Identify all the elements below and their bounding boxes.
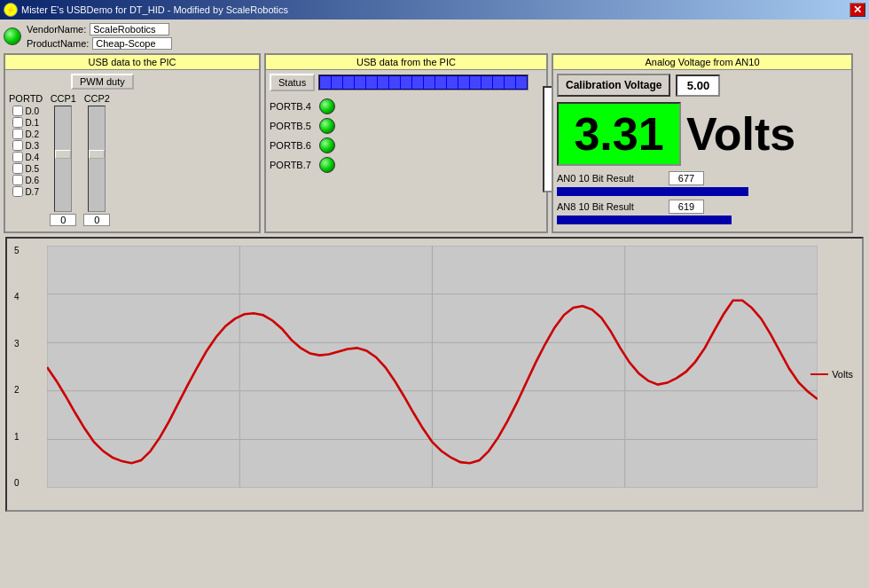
portd-checkboxes: D.0 D.1 D.2 <box>12 106 39 197</box>
portb7-label: PORTB.7 <box>270 160 314 170</box>
vendor-name-row: VendorName: ScaleRobotics <box>27 23 172 35</box>
portd-d5-checkbox[interactable] <box>12 163 23 174</box>
chart-section: 5 4 3 2 1 0 <box>5 237 864 512</box>
portb4-label: PORTB.4 <box>270 101 314 112</box>
portb5-led <box>319 118 335 134</box>
connection-led <box>4 27 21 45</box>
portb5-row: PORTB.5 <box>270 118 528 134</box>
an8-label: AN8 10 Bit Result <box>557 201 663 212</box>
vendor-name-label: VendorName: <box>27 24 86 35</box>
portd-d1-checkbox[interactable] <box>12 117 23 128</box>
portb4-row: PORTB.4 <box>270 98 528 114</box>
panel-row: USB data to the PIC PWM duty PORTD D.0 <box>4 53 865 233</box>
portb4-led <box>319 98 335 114</box>
product-name-value: Cheap-Scope <box>92 37 172 50</box>
app-icon: ⚡ <box>4 3 18 17</box>
an0-label: AN0 10 Bit Result <box>557 173 663 184</box>
portd-d2-checkbox[interactable] <box>12 129 23 139</box>
usb-to-pic-header: USB data to the PIC <box>5 55 259 70</box>
vendor-info: VendorName: ScaleRobotics ProductName: C… <box>4 23 172 50</box>
portd-d1-row: D.1 <box>12 117 39 128</box>
title-bar: ⚡ Mister E's USBDemo for DT_HID - Modifi… <box>0 0 869 20</box>
voltage-display: 3.31 Volts <box>557 102 848 166</box>
portd-d7-label: D.7 <box>25 187 39 197</box>
chart-svg <box>47 246 818 488</box>
legend-line <box>810 373 828 375</box>
ccp1-slider-thumb[interactable] <box>55 150 71 159</box>
portb6-row: PORTB.6 <box>270 137 528 153</box>
ccp1-value: 0 <box>50 214 76 226</box>
y-label-2: 2 <box>14 385 20 395</box>
portd-d7-row: D.7 <box>12 186 39 197</box>
analog-header: Analog Voltage from AN10 <box>553 55 851 70</box>
pwm-label: PWM duty <box>71 74 134 90</box>
ccp1-section: CCP1 0 <box>50 93 76 226</box>
portd-d4-checkbox[interactable] <box>12 152 23 162</box>
top-section: VendorName: ScaleRobotics ProductName: C… <box>4 23 865 50</box>
portd-d3-row: D.3 <box>12 140 39 151</box>
ccp2-value: 0 <box>83 214 110 226</box>
portb5-label: PORTB.5 <box>270 121 314 131</box>
portd-d5-row: D.5 <box>12 163 39 174</box>
product-name-row: ProductName: Cheap-Scope <box>27 37 172 50</box>
ccp2-slider-track[interactable] <box>88 106 106 212</box>
portd-d3-checkbox[interactable] <box>12 140 23 151</box>
portd-d0-checkbox[interactable] <box>12 106 23 116</box>
an0-row: AN0 10 Bit Result 677 <box>557 171 848 185</box>
close-button[interactable]: ✕ <box>849 3 865 17</box>
product-name-label: ProductName: <box>27 38 89 49</box>
portd-d5-label: D.5 <box>25 164 39 174</box>
portd-d4-label: D.4 <box>25 153 39 162</box>
portd-d6-label: D.6 <box>25 176 39 185</box>
portd-d6-checkbox[interactable] <box>12 175 23 185</box>
portd-section: PORTD D.0 D.1 <box>9 93 43 197</box>
legend: Volts <box>810 369 853 380</box>
portd-d4-row: D.4 <box>12 152 39 162</box>
calib-row: Calibration Voltage 5.00 <box>557 74 848 97</box>
portd-label: PORTD <box>9 93 43 104</box>
y-label-3: 3 <box>14 339 20 349</box>
calib-value: 5.00 <box>676 74 720 97</box>
progress-bar <box>318 74 528 90</box>
an8-value: 619 <box>669 200 704 214</box>
portb7-led <box>319 157 335 173</box>
portd-ccps-section: PORTD D.0 D.1 <box>9 93 255 226</box>
analog-panel: Analog Voltage from AN10 Calibration Vol… <box>552 53 853 233</box>
voltage-number: 3.31 <box>557 102 681 166</box>
an0-progress-bar <box>557 187 748 196</box>
portb6-label: PORTB.6 <box>270 140 314 151</box>
legend-label: Volts <box>832 369 853 380</box>
portd-d2-label: D.2 <box>25 129 39 139</box>
usb-to-pic-panel: USB data to the PIC PWM duty PORTD D.0 <box>4 53 261 233</box>
portd-d7-checkbox[interactable] <box>12 186 23 197</box>
usb-from-pic-header: USB data from the PIC <box>266 55 546 70</box>
usb-from-pic-panel: USB data from the PIC Status PORTB.4 <box>264 53 548 233</box>
from-pic-content: Status PORTB.4 PORTB.5 <box>266 70 546 219</box>
portd-d0-label: D.0 <box>25 106 39 116</box>
portd-d1-label: D.1 <box>25 118 39 128</box>
analog-content: Calibration Voltage 5.00 3.31 Volts AN0 … <box>553 70 851 231</box>
portd-d6-row: D.6 <box>12 175 39 185</box>
vendor-labels: VendorName: ScaleRobotics ProductName: C… <box>27 23 172 50</box>
ccp2-slider-thumb[interactable] <box>89 150 105 159</box>
status-row: Status <box>270 74 528 91</box>
portd-d3-label: D.3 <box>25 141 39 151</box>
portb-leds: PORTB.4 PORTB.5 PORTB.6 PORTB.7 <box>270 98 528 173</box>
y-label-4: 4 <box>14 292 20 302</box>
an0-value: 677 <box>669 171 704 185</box>
y-axis: 5 4 3 2 1 0 <box>14 246 20 488</box>
progress-bar-fill <box>320 76 527 89</box>
y-label-5: 5 <box>14 246 20 255</box>
vendor-name-value: ScaleRobotics <box>90 23 169 35</box>
title-text: Mister E's USBDemo for DT_HID - Modified… <box>21 4 288 15</box>
an8-progress-bar <box>557 216 732 224</box>
calib-label: Calibration Voltage <box>557 74 670 97</box>
usb-to-pic-content: PWM duty PORTD D.0 D.1 <box>5 70 259 230</box>
portb-section: Status PORTB.4 PORTB.5 <box>270 74 528 216</box>
status-button[interactable]: Status <box>270 74 315 91</box>
ccp1-slider-track[interactable] <box>54 106 72 212</box>
ccp2-section: CCP2 0 <box>83 93 110 226</box>
portb7-row: PORTB.7 <box>270 157 528 173</box>
main-content: VendorName: ScaleRobotics ProductName: C… <box>0 20 869 588</box>
voltage-unit: Volts <box>686 107 795 161</box>
